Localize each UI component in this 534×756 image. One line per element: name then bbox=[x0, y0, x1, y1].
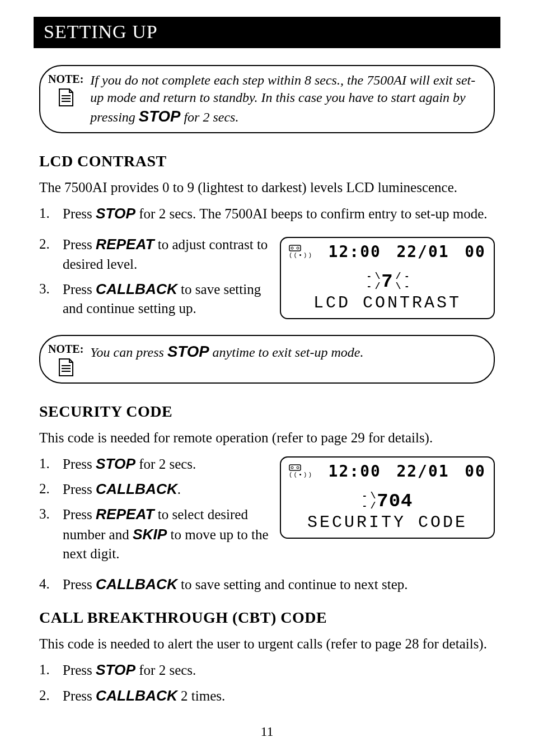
list-item: 1. Press STOP for 2 secs. bbox=[39, 454, 270, 474]
flank-left-icon: - \- / bbox=[366, 272, 379, 292]
note-text-2: You can press STOP anytime to exit set-u… bbox=[90, 342, 483, 362]
intro-security-code: This code is needed for remote operation… bbox=[39, 428, 495, 447]
lcd-date: 22/01 bbox=[396, 462, 449, 480]
list-item: 2. Press CALLBACK. bbox=[39, 479, 270, 499]
lcd-time: 12:00 bbox=[329, 462, 381, 480]
note-icon bbox=[57, 88, 75, 107]
page-number: 11 bbox=[0, 724, 534, 739]
list-item: 3. Press REPEAT to select desired number… bbox=[39, 505, 270, 563]
lcd-count: 00 bbox=[465, 462, 486, 480]
svg-point-10 bbox=[291, 466, 293, 469]
list-item: 2. Press REPEAT to adjust contrast to de… bbox=[39, 235, 270, 273]
antenna-icon: ((•)) bbox=[289, 472, 313, 478]
lcd-display-security: ((•)) 12:00 22/01 00 - \- /704 SECURITY … bbox=[280, 456, 495, 539]
lcd-date: 22/01 bbox=[396, 242, 449, 261]
tape-icon: ((•)) bbox=[289, 245, 313, 259]
steps-lcd-contrast: 1. Press STOP for 2 secs. The 7500AI bee… bbox=[39, 204, 495, 223]
list-item: 3. Press CALLBACK to save setting and co… bbox=[39, 279, 270, 318]
flank-right-icon: / -\ - bbox=[396, 272, 409, 292]
svg-point-4 bbox=[291, 247, 293, 249]
lcd-value: 7 bbox=[381, 271, 393, 292]
flank-left-icon: - \- / bbox=[362, 491, 374, 511]
list-item: 4. Press CALLBACK to save setting and co… bbox=[39, 575, 495, 594]
lcd-value: 704 bbox=[377, 491, 413, 512]
note-text-1: If you do not complete each step within … bbox=[90, 72, 483, 127]
antenna-icon: ((•)) bbox=[289, 253, 313, 259]
lcd-label: SECURITY CODE bbox=[287, 513, 488, 532]
tape-icon: ((•)) bbox=[289, 464, 313, 478]
lcd-label: LCD CONTRAST bbox=[287, 293, 488, 312]
page-header: SETTING UP bbox=[34, 17, 500, 48]
note-label: NOTE: bbox=[48, 73, 83, 86]
lcd-count: 00 bbox=[465, 242, 486, 261]
heading-lcd-contrast: LCD CONTRAST bbox=[39, 152, 495, 170]
note-icon bbox=[57, 358, 75, 377]
intro-cbt-code: This code is needed to alert the user to… bbox=[39, 634, 495, 654]
lcd-time: 12:00 bbox=[329, 242, 381, 261]
list-item: 2. Press CALLBACK 2 times. bbox=[39, 686, 495, 706]
svg-point-5 bbox=[297, 247, 299, 249]
note-label: NOTE: bbox=[48, 343, 83, 356]
note-box-1: NOTE: If you do not complete each step w… bbox=[39, 65, 495, 133]
list-item: 1. Press STOP for 2 secs. The 7500AI bee… bbox=[39, 204, 495, 223]
svg-point-11 bbox=[297, 466, 299, 469]
heading-cbt-code: CALL BREAKTHROUGH (CBT) CODE bbox=[39, 609, 495, 627]
note-box-2: NOTE: You can press STOP anytime to exit… bbox=[39, 335, 495, 384]
list-item: 1. Press STOP for 2 secs. bbox=[39, 660, 495, 680]
lcd-display-contrast: ((•)) 12:00 22/01 00 - \- /7/ -\ - LCD C… bbox=[280, 237, 495, 319]
intro-lcd-contrast: The 7500AI provides 0 to 9 (lightest to … bbox=[39, 178, 495, 197]
heading-security-code: SECURITY CODE bbox=[39, 403, 495, 421]
